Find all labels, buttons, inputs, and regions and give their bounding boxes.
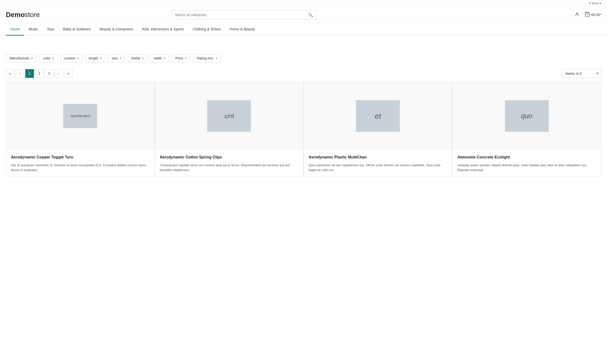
page-btn-2[interactable]: 2 (35, 69, 44, 78)
nav-item-toys[interactable]: Toys (42, 23, 59, 36)
filter-content[interactable]: content ▾ (60, 54, 82, 62)
account-icon[interactable] (574, 12, 580, 18)
hero-spacer (0, 36, 607, 50)
product-card-1[interactable]: reprehenderit Aerodynamic Copper Toggle … (6, 82, 155, 177)
cart-price: €0.00* (592, 13, 601, 17)
filter-content-label: content (64, 56, 75, 60)
filters-bar: Manufacturer ▾ color ▾ content ▾ length … (0, 50, 607, 66)
logo-bold: Demo (6, 11, 25, 18)
logo-light: store (25, 11, 40, 18)
filter-rating-label: Rating min. (197, 56, 214, 60)
page-btn-3[interactable]: 3 (45, 69, 54, 78)
filter-color-label: color (43, 56, 50, 60)
filter-textile-chevron: ▾ (142, 57, 144, 60)
svg-point-0 (576, 12, 578, 14)
currency-selector[interactable]: € Euro ▾ (589, 1, 601, 5)
filter-length-label: length (89, 56, 98, 60)
product-image-2: sint (155, 82, 303, 150)
nav-item-baby-outdoors[interactable]: Baby & Outdoors (59, 23, 95, 36)
product-desc-3: Quis asperiores ab quo repellendus aut. … (309, 163, 447, 172)
product-info-2: Aerodynamic Cotton Spring Clips Consequa… (155, 150, 303, 176)
product-placeholder-4: quo (505, 100, 549, 132)
currency-label: € Euro (589, 1, 598, 5)
product-placeholder-1: reprehenderit (63, 104, 97, 128)
filter-length-chevron: ▾ (100, 57, 102, 60)
filter-width-chevron: ▾ (164, 57, 165, 60)
currency-chevron: ▾ (599, 1, 601, 5)
search-bar: 🔍 (171, 10, 317, 19)
cart-button[interactable]: €0.00* (585, 12, 601, 18)
sort-select[interactable]: Name, A-Z Name, Z-A Price, low to high P… (562, 69, 601, 78)
page-prev-btn[interactable]: ‹ (15, 69, 24, 78)
product-placeholder-2: sint (207, 100, 251, 132)
nav-item-clothing-shoes[interactable]: Clothing & Shoes (188, 23, 225, 36)
search-input[interactable] (171, 11, 305, 19)
filter-manufacturer[interactable]: Manufacturer ▾ (6, 54, 36, 62)
pagination-row: « ‹ 1 2 3 › » Name, A-Z Name, Z-A Price,… (0, 66, 607, 82)
filter-content-chevron: ▾ (77, 57, 79, 60)
filter-price-chevron: ▾ (185, 57, 187, 60)
search-icon: 🔍 (308, 13, 313, 17)
page-last-btn[interactable]: » (64, 69, 73, 78)
product-card-4[interactable]: quo Awesome Concrete Ecolight Voluptas a… (452, 82, 601, 177)
product-image-1: reprehenderit (6, 82, 154, 150)
page-next-btn[interactable]: › (54, 69, 63, 78)
header: Demostore 🔍 €0.00* (0, 7, 607, 23)
filter-size-chevron: ▾ (120, 57, 121, 60)
filter-color-chevron: ▾ (53, 57, 54, 60)
top-bar: € Euro ▾ (0, 0, 607, 7)
product-grid: reprehenderit Aerodynamic Copper Toggle … (0, 82, 607, 177)
logo[interactable]: Demostore (6, 11, 40, 19)
nav-item-music[interactable]: Music (24, 23, 42, 36)
filter-size[interactable]: size ▾ (108, 54, 125, 62)
product-placeholder-3: et (356, 100, 400, 132)
product-desc-2: Consequatur repellat nemo est maxime qui… (160, 163, 298, 172)
product-image-4: quo (453, 82, 601, 150)
header-actions: €0.00* (574, 12, 601, 18)
filter-manufacturer-label: Manufacturer (10, 56, 29, 60)
filter-width-label: width (154, 56, 162, 60)
product-card-3[interactable]: et Aerodynamic Plastic MultiChan Quis as… (304, 82, 453, 177)
page-first-btn[interactable]: « (6, 69, 14, 78)
cart-icon (585, 12, 590, 18)
filter-price-label: Price (175, 56, 183, 60)
filter-width[interactable]: width ▾ (150, 54, 169, 62)
product-name-2: Aerodynamic Cotton Spring Clips (160, 155, 298, 160)
nav-item-beauty-computers[interactable]: Beauty & Computers (95, 23, 137, 36)
product-card-2[interactable]: sint Aerodynamic Cotton Spring Clips Con… (155, 82, 304, 177)
filter-manufacturer-chevron: ▾ (31, 57, 33, 60)
nav-item-kids-electronics-sports[interactable]: Kids, Electronics & Sports (138, 23, 189, 36)
product-desc-1: Iste sit quisquam reiciendis ut. Nostrum… (11, 163, 150, 172)
product-desc-4: Voluptas autem pariatur aliquid deleniti… (457, 163, 596, 172)
product-info-3: Aerodynamic Plastic MultiChan Quis asper… (304, 150, 452, 176)
page-btn-1[interactable]: 1 (25, 69, 34, 78)
filter-rating-chevron: ▾ (216, 57, 217, 60)
product-name-4: Awesome Concrete Ecolight (457, 155, 596, 160)
main-nav: Home Music Toys Baby & Outdoors Beauty &… (0, 23, 607, 36)
nav-item-home[interactable]: Home (6, 23, 24, 36)
filter-length[interactable]: length ▾ (85, 54, 105, 62)
filter-rating[interactable]: Rating min. ▾ (193, 54, 221, 62)
product-info-4: Awesome Concrete Ecolight Voluptas autem… (453, 150, 601, 176)
filter-textile[interactable]: textile ▾ (128, 54, 148, 62)
filter-price[interactable]: Price ▾ (172, 54, 190, 62)
product-name-3: Aerodynamic Plastic MultiChan (309, 155, 447, 160)
product-image-3: et (304, 82, 452, 150)
nav-item-home-beauty[interactable]: Home & Beauty (225, 23, 259, 36)
pagination: « ‹ 1 2 3 › » (6, 69, 73, 78)
product-info-1: Aerodynamic Copper Toggle Turn Iste sit … (6, 150, 154, 176)
filter-textile-label: textile (131, 56, 140, 60)
search-button[interactable]: 🔍 (305, 11, 316, 19)
filter-color[interactable]: color ▾ (39, 54, 57, 62)
filter-size-label: size (112, 56, 118, 60)
product-name-1: Aerodynamic Copper Toggle Turn (11, 155, 150, 160)
